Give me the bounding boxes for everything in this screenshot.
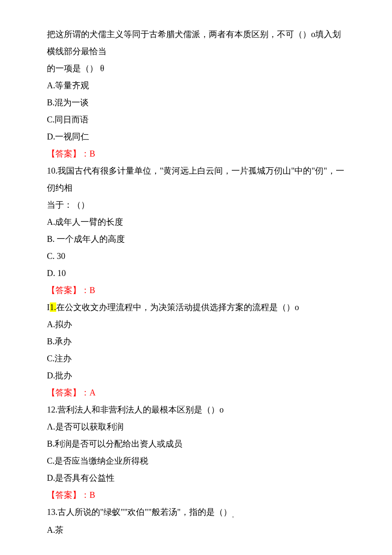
q13-option-a: A.茶: [47, 521, 345, 538]
q11-stem: I1.在公文收文办理流程中，为决策活动提供选择方案的流程是（）o: [47, 299, 345, 316]
q9-option-a: A.等量齐观: [47, 77, 345, 94]
q12-stem: 12.营利法人和非营利法人的最根本区别是（）o: [47, 401, 345, 418]
q11-answer: 【答案】：A: [47, 384, 345, 401]
answer-label: 【答案】：: [47, 285, 89, 295]
q10-stem-line2: 当于：（）: [47, 196, 345, 213]
q13-stem: 13.古人所说的"绿蚁""欢伯""般若汤"，指的是（）。: [47, 503, 345, 521]
q13-stem-text: 13.古人所说的"绿蚁""欢伯""般若汤"，指的是（）: [47, 507, 232, 517]
q10-option-b: B. 一个成年人的高度: [47, 230, 345, 247]
q10-option-a: A.成年人一臂的长度: [47, 213, 345, 230]
q12-answer: 【答案】：B: [47, 486, 345, 503]
q12-option-c: C.是否应当缴纳企业所得税: [47, 452, 345, 469]
q9-answer: 【答案】：B: [47, 145, 345, 162]
q12-option-a: Λ.是否可以获取利润: [47, 418, 345, 435]
answer-label: 【答案】：: [47, 388, 89, 397]
q9-intro-line2: 的一项是（） θ: [47, 60, 345, 77]
q11-option-d: D.批办: [47, 367, 345, 384]
answer-label: 【答案】：: [47, 149, 89, 158]
q13-stem-suffix: 。: [232, 512, 238, 518]
q11-prefix: I: [47, 302, 50, 312]
q11-rest: 在公文收文办理流程中，为决策活动提供选择方案的流程是（）o: [56, 302, 299, 312]
q11-option-b: B.承办: [47, 333, 345, 350]
answer-value: B: [89, 490, 95, 500]
q9-option-d: D.一视同仁: [47, 128, 345, 145]
answer-value: A: [89, 388, 95, 397]
q11-option-a: A.拟办: [47, 316, 345, 333]
answer-value: B: [89, 285, 95, 295]
answer-value: B: [89, 149, 95, 158]
q9-option-c: C.同日而语: [47, 111, 345, 128]
q11-highlight: 1.: [50, 302, 56, 312]
q10-option-d: D. 10: [47, 264, 345, 282]
q9-intro-line1: 把这所谓的犬儒主义等同于古希腊犬儒派，两者有本质区别，不可（）o填入划横线部分最…: [47, 26, 345, 60]
q10-option-c: C. 30: [47, 247, 345, 264]
q12-option-b: B.利润是否可以分配给出资人或成员: [47, 435, 345, 452]
q9-option-b: B.混为一谈: [47, 94, 345, 111]
answer-label: 【答案】：: [47, 490, 89, 500]
q10-stem-line1: 10.我国古代有很多计量单位，"黄河远上白云间，一片孤城万仞山"中的"仞"，一仞…: [47, 162, 345, 196]
q10-answer: 【答案】：B: [47, 282, 345, 299]
q12-option-d: D.是否具有公益性: [47, 469, 345, 486]
q11-option-c: C.注办: [47, 350, 345, 367]
